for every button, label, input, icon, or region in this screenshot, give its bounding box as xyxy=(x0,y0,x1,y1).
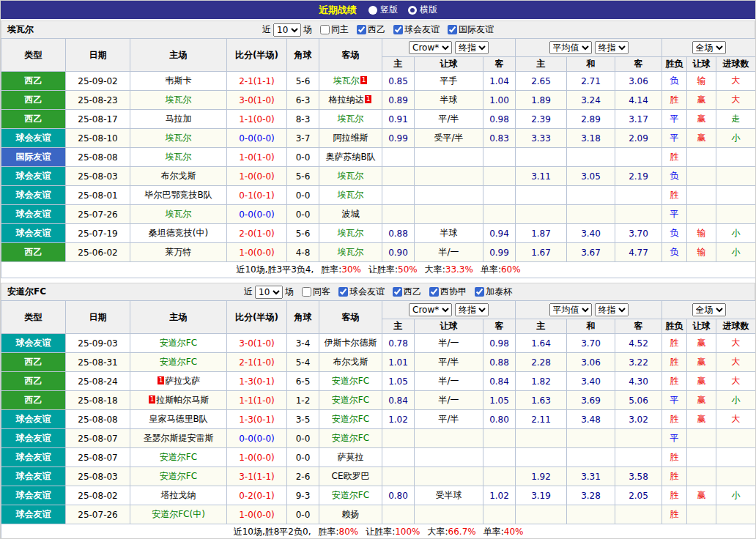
avg-odds-cell: 3.67 xyxy=(567,243,615,262)
checkbox-input[interactable] xyxy=(357,25,366,34)
stat-label: 让胜率: xyxy=(366,527,395,537)
checkbox-input[interactable] xyxy=(393,25,403,34)
column-header: 和 xyxy=(567,57,615,72)
checkbox-label: 西协甲 xyxy=(440,286,467,298)
filter-checkbox-catalonia-cup[interactable]: 加泰杯 xyxy=(475,286,512,298)
checkbox-input[interactable] xyxy=(338,287,348,297)
odds-cell: 0.85 xyxy=(382,72,415,91)
avg-odds-select[interactable]: 平均值 xyxy=(549,41,592,54)
checkbox-input[interactable] xyxy=(393,287,402,297)
avg-odds-cell xyxy=(615,205,662,224)
avg-odds-cell xyxy=(615,429,662,448)
league-type-cell: 西乙 xyxy=(1,91,66,110)
avg-stage-select[interactable]: 终指 xyxy=(595,303,629,316)
date-cell: 25-08-03 xyxy=(66,467,130,486)
team-link: 埃瓦尔 xyxy=(166,133,192,143)
avg-stage-select[interactable]: 终指 xyxy=(595,41,629,54)
checkbox-input[interactable] xyxy=(448,25,457,34)
league-type-cell: 球会友谊 xyxy=(1,186,66,205)
odds-cell: 1.02 xyxy=(382,410,415,429)
filter-checkbox-laliga2[interactable]: 西乙 xyxy=(393,286,421,298)
team-section-eibar: 埃瓦尔近10场同主西乙球会友谊国际友谊类型日期主场比分(半场)角球客场Crow*… xyxy=(1,21,755,278)
match-row: 西乙25-08-17马拉加1-1(0-0)8-3埃瓦尔0.91平/半0.982.… xyxy=(1,110,756,129)
radio-label: 竖版 xyxy=(380,4,398,16)
handicap-cell xyxy=(415,429,483,448)
odds-cell: 1.05 xyxy=(382,372,415,391)
fulltime-select[interactable]: 全场 xyxy=(692,41,726,54)
filter-checkbox-same-home[interactable]: 同主 xyxy=(320,23,349,36)
layout-radio-horizontal[interactable]: 横版 xyxy=(408,4,437,16)
home-team-cell: 安道尔FC(中) xyxy=(130,505,227,524)
home-team-cell: 皇家马德里B队 xyxy=(130,410,227,429)
goals-result-cell: 大 xyxy=(716,72,756,91)
date-cell: 25-08-08 xyxy=(66,148,130,167)
handicap-result-cell xyxy=(687,448,716,467)
avg-odds-cell: 3.06 xyxy=(615,72,662,91)
filter-checkbox-primera-federacion[interactable]: 西协甲 xyxy=(429,286,467,298)
avg-odds-cell: 1.92 xyxy=(516,467,567,486)
handicap-cell: 受平/半 xyxy=(415,129,483,148)
column-header: 客 xyxy=(483,57,516,72)
odds-stage-select[interactable]: 终指 xyxy=(455,41,489,54)
outcome-cell: 平 xyxy=(662,205,687,224)
checkbox-input[interactable] xyxy=(320,25,330,34)
filter-checkbox-same-away[interactable]: 同客 xyxy=(302,286,330,298)
home-team-cell: 毕尔巴鄂竞技B队 xyxy=(130,186,227,205)
recent-count-select[interactable]: 10 xyxy=(273,23,301,37)
home-team-cell: 安道尔FC xyxy=(130,353,227,372)
date-cell: 25-08-17 xyxy=(66,110,130,129)
handicap-cell: 半球 xyxy=(415,91,483,110)
checkbox-input[interactable] xyxy=(302,287,311,297)
table-body: 西乙25-09-02韦斯卡2-1(1-1)5-6埃瓦尔10.85平手1.042.… xyxy=(1,72,756,278)
match-row: 球会友谊25-08-07圣瑟尔斯提安雷斯0-0(0-0)0-0安道尔FC平 xyxy=(1,429,756,448)
filter-checkbox-club-friendly[interactable]: 球会友谊 xyxy=(338,286,385,298)
summary-row: 近10场,胜8平2负0,胜率:80%让胜率:100%大率:66.7%单率:40% xyxy=(1,524,756,539)
odds-provider-select[interactable]: Crow* xyxy=(409,41,452,54)
outcome-cell: 负 xyxy=(662,72,687,91)
corners-cell: 9-3 xyxy=(287,486,319,505)
filter-suffix-label: 场 xyxy=(303,23,312,36)
team-link: 埃瓦尔 xyxy=(333,75,360,86)
header-group-group2: 平均值终指 xyxy=(516,39,662,57)
league-type-cell: 球会友谊 xyxy=(1,448,66,467)
outcome-cell: 胜 xyxy=(662,467,687,486)
goals-result-cell xyxy=(716,505,756,524)
fulltime-select[interactable]: 全场 xyxy=(692,303,726,316)
away-team-cell: 安道尔FC xyxy=(319,410,382,429)
team-link: 安道尔FC xyxy=(160,357,197,367)
avg-odds-cell xyxy=(516,448,567,467)
layout-radio-vertical[interactable]: 竖版 xyxy=(368,4,398,16)
league-type-cell: 国际友谊 xyxy=(1,148,66,167)
team-link: 拉斯帕尔马斯 xyxy=(156,395,209,405)
column-header: 比分(半场) xyxy=(227,301,287,334)
recent-count-select[interactable]: 10 xyxy=(255,286,283,299)
avg-odds-cell: 3.70 xyxy=(567,334,615,353)
checkbox-input[interactable] xyxy=(475,287,484,297)
avg-odds-select[interactable]: 平均值 xyxy=(549,303,592,316)
odds-cell: 1.04 xyxy=(483,72,516,91)
team-link: 阿拉维斯 xyxy=(333,133,368,143)
odds-cell: 1.05 xyxy=(483,391,516,410)
away-team-cell: 安道尔FC xyxy=(319,486,382,505)
goals-result-cell xyxy=(716,205,756,224)
home-team-cell: 莱万特 xyxy=(130,243,227,262)
goals-result-cell: 小 xyxy=(716,243,756,262)
filter-checkbox-intl-friendly[interactable]: 国际友谊 xyxy=(448,23,494,36)
corners-cell: 0-0 xyxy=(287,505,319,524)
handicap-cell xyxy=(415,448,483,467)
column-header: 客 xyxy=(483,319,516,334)
team-link: 波城 xyxy=(342,209,360,219)
match-row: 球会友谊25-07-19桑坦德竞技(中)2-0(1-0)5-6埃瓦尔0.88半球… xyxy=(1,224,756,243)
away-team-cell: 奥萨苏纳B队 xyxy=(319,148,382,167)
filter-checkbox-laliga2[interactable]: 西乙 xyxy=(357,23,385,36)
handicap-cell xyxy=(415,167,483,186)
checkbox-input[interactable] xyxy=(429,287,439,297)
league-type-cell: 球会友谊 xyxy=(1,486,66,505)
odds-provider-select[interactable]: Crow* xyxy=(409,303,452,316)
outcome-cell: 胜 xyxy=(662,148,687,167)
avg-odds-cell: 3.22 xyxy=(615,353,662,372)
odds-cell xyxy=(483,167,516,186)
goals-result-cell: 小 xyxy=(716,391,756,410)
odds-stage-select[interactable]: 终指 xyxy=(455,303,489,316)
filter-checkbox-club-friendly[interactable]: 球会友谊 xyxy=(393,23,440,36)
